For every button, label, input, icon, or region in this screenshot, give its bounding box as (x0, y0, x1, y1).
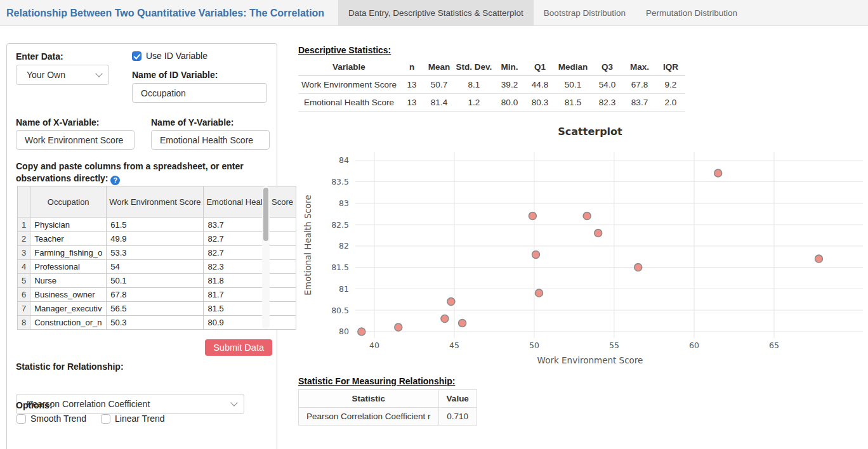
stats-cell: 13 (400, 94, 424, 112)
data-grid-cell[interactable]: Manager_executiv (30, 302, 107, 316)
id-variable-input[interactable]: Occupation (132, 83, 267, 103)
stats-cell: 50.1 (555, 76, 591, 94)
data-grid-cell[interactable]: 81.5 (204, 302, 296, 316)
tab-bar: Data Entry, Descriptive Statistics & Sca… (338, 0, 747, 26)
tab-permutation-distribution[interactable]: Permutation Distribution (636, 0, 747, 26)
data-grid-cell[interactable]: Professional (30, 260, 107, 274)
y-tick-label: 80.5 (331, 306, 349, 315)
data-grid-col-header: Emotional Health Score (204, 186, 296, 218)
x-variable-input[interactable]: Work Environment Score (16, 130, 135, 150)
stats-cell: 8.1 (454, 76, 494, 94)
y-tick-label: 82 (339, 241, 349, 251)
y-tick-label: 84 (339, 155, 349, 165)
stats-cell: 13 (400, 76, 424, 94)
scatter-point[interactable] (536, 289, 543, 297)
scatter-point[interactable] (358, 328, 365, 335)
data-grid-cell[interactable]: 82.7 (204, 232, 296, 246)
data-grid-cell[interactable]: Business_owner (30, 288, 107, 302)
data-grid-cell[interactable]: 81.7 (204, 288, 296, 302)
row-number-cell: 1 (18, 218, 30, 232)
y-tick-label: 81.5 (331, 263, 349, 272)
data-grid-cell[interactable]: 82.7 (204, 246, 296, 260)
tab-bootstrap-distribution[interactable]: Bootstrap Distribution (534, 0, 636, 26)
relationship-cell: 0.710 (438, 408, 477, 426)
data-grid-cell[interactable]: 80.9 (204, 316, 296, 330)
data-grid-cell[interactable]: Farming_fishing_o (30, 246, 107, 260)
stats-cell: 82.3 (591, 94, 623, 112)
descriptive-statistics-title: Descriptive Statistics: (298, 45, 391, 55)
paste-instruction: Copy and paste columns from a spreadshee… (16, 160, 244, 185)
smooth-trend-label: Smooth Trend (30, 413, 86, 424)
linear-trend-checkbox[interactable] (101, 414, 110, 424)
data-grid-cell[interactable]: 82.3 (204, 260, 296, 274)
enter-data-select[interactable]: Your Own (16, 65, 109, 85)
scatter-point[interactable] (441, 315, 449, 323)
option-linear-trend: Linear Trend (101, 413, 165, 424)
scatter-point[interactable] (532, 251, 540, 258)
stats-cell: Work Environment Score (298, 76, 400, 94)
stats-cell: 39.2 (494, 76, 525, 94)
y-variable-input[interactable]: Emotional Health Score (151, 130, 270, 150)
page-title: Relationship Between Two Quantitative Va… (6, 0, 324, 26)
statistic-for-relationship-label: Statistic for Relationship: (16, 361, 124, 372)
table-row: 3Farming_fishing_o53.382.7 (18, 246, 296, 260)
scatter-point[interactable] (529, 212, 536, 220)
scatter-point[interactable] (447, 298, 455, 306)
stats-cell: 81.5 (555, 94, 591, 112)
data-grid-col-header (18, 186, 30, 218)
stats-cell: 80.3 (525, 94, 555, 112)
data-grid-col-header: Occupation (30, 186, 107, 218)
data-grid-cell[interactable]: Construction_or_n (30, 316, 107, 330)
y-tick-label: 81 (339, 284, 349, 294)
scatter-point[interactable] (714, 169, 722, 177)
tab-data-entry[interactable]: Data Entry, Descriptive Statistics & Sca… (338, 0, 534, 26)
data-grid-col-header: Work Environment Score (107, 186, 204, 218)
data-grid-cell[interactable]: 81.8 (204, 274, 296, 288)
table-row: 2Teacher49.982.7 (18, 232, 296, 246)
linear-trend-label: Linear Trend (115, 413, 165, 424)
x-tick-label: 50 (529, 341, 539, 350)
smooth-trend-checkbox[interactable] (16, 414, 26, 424)
data-grid-cell[interactable]: 56.5 (107, 302, 204, 316)
scatter-point[interactable] (395, 323, 402, 331)
row-number-cell: 5 (18, 274, 30, 288)
chevron-down-icon (230, 399, 237, 406)
data-grid-cell[interactable]: 54 (107, 260, 204, 274)
y-variable-label: Name of Y-Variable: (151, 117, 233, 127)
data-grid-cell[interactable]: 61.5 (107, 218, 204, 232)
relationship-statistic-header-row: StatisticValue (299, 390, 477, 408)
stats-cell: 83.7 (623, 94, 656, 112)
stats-col-header: Median (555, 58, 591, 76)
use-id-variable-row: Use ID Variable (132, 51, 207, 61)
table-row: Emotional Health Score1381.41.280.080.38… (298, 94, 685, 112)
stats-col-header: Min. (494, 58, 525, 76)
scatter-point[interactable] (459, 319, 466, 327)
stats-col-header: Variable (298, 58, 400, 76)
id-variable-label: Name of ID Variable: (132, 70, 218, 80)
data-grid-cell[interactable]: 50.3 (107, 316, 204, 330)
scatter-point[interactable] (595, 230, 602, 237)
scatter-point[interactable] (815, 255, 823, 263)
data-grid-cell[interactable]: Nurse (30, 274, 107, 288)
data-grid-cell[interactable]: 67.8 (107, 288, 204, 302)
submit-data-button[interactable]: Submit Data (205, 339, 272, 356)
scatter-point[interactable] (635, 264, 642, 271)
chevron-down-icon (95, 70, 102, 77)
question-mark-icon[interactable]: ? (110, 176, 120, 185)
data-grid-cell[interactable]: 50.1 (107, 274, 204, 288)
data-grid-cell[interactable]: 53.3 (107, 246, 204, 260)
stats-cell: 81.4 (424, 94, 454, 112)
use-id-variable-checkbox[interactable] (132, 51, 141, 61)
data-grid-scrollbar-thumb[interactable] (263, 188, 268, 241)
table-row: Work Environment Score1350.78.139.244.85… (298, 76, 685, 94)
y-tick-label: 83.5 (331, 177, 349, 186)
relationship-cell: Pearson Correlation Coefficient r (299, 408, 439, 426)
data-grid-cell[interactable]: Teacher (30, 232, 107, 246)
data-grid-cell[interactable]: 83.7 (204, 218, 296, 232)
data-grid-cell[interactable]: 49.9 (107, 232, 204, 246)
data-grid: OccupationWork Environment ScoreEmotiona… (17, 186, 296, 330)
table-row: 1Physician61.583.7 (18, 218, 296, 232)
data-grid-cell[interactable]: Physician (30, 218, 107, 232)
stats-cell: 54.0 (591, 76, 623, 94)
scatter-point[interactable] (583, 212, 591, 220)
